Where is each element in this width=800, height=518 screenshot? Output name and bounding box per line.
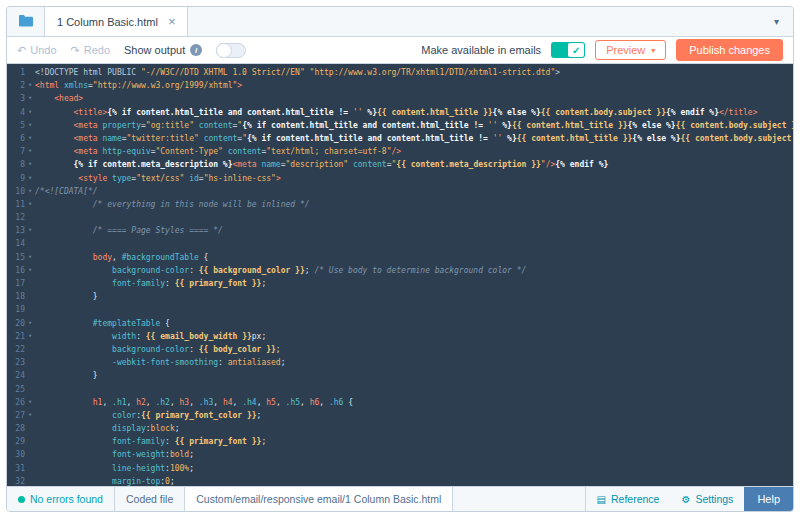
code-text: line-height:100%; [35,462,793,475]
undo-button[interactable]: ↶ Undo [17,44,57,57]
code-line[interactable]: 30▾ font-weight:bold; [7,448,793,461]
gear-icon: ⚙ [681,494,690,505]
tab-overflow-button[interactable]: ▾ [760,7,793,36]
line-number: 8 [7,158,25,171]
redo-button[interactable]: ↷ Redo [71,44,111,57]
code-line[interactable]: 26▾ h1, .h1, h2, .h2, h3, .h3, h4, .h4, … [7,396,793,409]
code-line[interactable]: 14▾ [7,237,793,250]
code-line[interactable]: 7▾ <meta http-equiv="Content-Type" conte… [7,145,793,158]
line-number: 20 [7,317,25,330]
close-icon[interactable]: × [168,15,176,28]
fold-caret-icon[interactable]: ▾ [25,185,35,198]
toggle-knob [216,43,232,58]
fold-caret-icon[interactable]: ▾ [25,409,35,422]
fold-caret-icon[interactable]: ▾ [25,92,35,105]
code-line[interactable]: 31▾ line-height:100%; [7,462,793,475]
settings-button[interactable]: ⚙ Settings [670,487,744,511]
code-text [35,303,793,316]
publish-changes-button[interactable]: Publish changes [676,39,783,61]
code-line[interactable]: 19▾ [7,303,793,316]
code-line[interactable]: 11▾ /* everything in this node will be i… [7,198,793,211]
line-number: 10 [7,185,25,198]
code-line[interactable]: 22▾ background-color: {{ body_color }}; [7,343,793,356]
coded-file-label: Coded file [115,487,184,511]
reference-button[interactable]: ▤ Reference [586,487,671,511]
code-line[interactable]: 3▾ <head> [7,92,793,105]
code-text: margin-top:0; [35,475,793,486]
fold-caret-icon[interactable]: ▾ [25,251,35,264]
file-path-breadcrumb: Custom/email/responsive email/1 Column B… [185,487,453,511]
redo-label: Redo [84,44,110,56]
code-line[interactable]: 25▾ [7,383,793,396]
fold-caret-icon[interactable]: ▾ [25,158,35,171]
fold-caret-icon[interactable]: ▾ [25,317,35,330]
code-editor[interactable]: 1▾<!DOCTYPE html PUBLIC "-//W3C//DTD XHT… [7,64,793,486]
code-line[interactable]: 6▾ <meta name="twitter:title" content="{… [7,132,793,145]
info-icon[interactable]: i [190,44,202,56]
line-number: 4 [7,106,25,119]
error-status: No errors found [7,487,114,511]
line-number: 14 [7,237,25,250]
folder-icon [18,13,34,31]
settings-label: Settings [695,493,733,505]
fold-caret-icon[interactable]: ▾ [25,79,35,92]
fold-caret-icon[interactable]: ▾ [25,264,35,277]
code-line[interactable]: 10▾/*<![CDATA[*/ [7,185,793,198]
code-line[interactable]: 20▾ #templateTable { [7,317,793,330]
tab-bar: 1 Column Basic.html × ▾ [7,7,793,37]
preview-button[interactable]: Preview ▾ [595,40,666,60]
code-line[interactable]: 18▾ } [7,290,793,303]
code-line[interactable]: 17▾ font-family: {{ primary_font }}; [7,277,793,290]
code-line[interactable]: 32▾ margin-top:0; [7,475,793,486]
code-line[interactable]: 8▾ {% if content.meta_description %}<met… [7,158,793,171]
code-line[interactable]: 23▾ -webkit-font-smoothing: antialiased; [7,356,793,369]
code-line[interactable]: 16▾ background-color: {{ background_colo… [7,264,793,277]
show-output-toggle[interactable] [216,43,246,58]
tab-title: 1 Column Basic.html [57,16,158,28]
line-number: 1 [7,66,25,79]
code-text: width: {{ email_body_width }}px; [35,330,793,343]
make-available-toggle[interactable]: ✓ [551,42,585,58]
code-line[interactable]: 27▾ color:{{ primary_font_color }}; [7,409,793,422]
code-line[interactable]: 15▾ body, #backgroundTable { [7,251,793,264]
line-number: 15 [7,251,25,264]
line-number: 19 [7,303,25,316]
code-line[interactable]: 9▾ <style type="text/css" id="hs-inline-… [7,172,793,185]
code-text [35,383,793,396]
statusbar-right-group: ▤ Reference ⚙ Settings Help [585,487,793,511]
code-line[interactable]: 1▾<!DOCTYPE html PUBLIC "-//W3C//DTD XHT… [7,66,793,79]
line-number: 32 [7,475,25,486]
code-text: <meta property="og:title" content="{% if… [35,119,793,132]
fold-caret-icon[interactable]: ▾ [25,396,35,409]
line-number: 9 [7,172,25,185]
line-number: 5 [7,119,25,132]
code-line[interactable]: 28▾ display:block; [7,422,793,435]
line-number: 7 [7,145,25,158]
code-line[interactable]: 13▾ /* ==== Page Styles ==== */ [7,224,793,237]
fold-caret-icon[interactable]: ▾ [25,145,35,158]
code-line[interactable]: 29▾ font-family: {{ primary_font }}; [7,435,793,448]
file-browser-button[interactable] [7,7,45,36]
line-number: 29 [7,435,25,448]
code-line[interactable]: 12▾ [7,211,793,224]
fold-caret-icon[interactable]: ▾ [25,119,35,132]
code-line[interactable]: 4▾ <title>{% if content.html_title and c… [7,106,793,119]
code-text: font-family: {{ primary_font }}; [35,277,793,290]
fold-caret-icon[interactable]: ▾ [25,132,35,145]
fold-caret-icon[interactable]: ▾ [25,330,35,343]
fold-caret-icon[interactable]: ▾ [25,106,35,119]
fold-caret-icon[interactable]: ▾ [25,224,35,237]
fold-caret-icon[interactable]: ▾ [25,198,35,211]
help-button[interactable]: Help [744,487,793,511]
line-number: 18 [7,290,25,303]
code-line[interactable]: 2▾<html xmlns="http://www.w3.org/1999/xh… [7,79,793,92]
fold-caret-icon[interactable]: ▾ [25,172,35,185]
code-line[interactable]: 5▾ <meta property="og:title" content="{%… [7,119,793,132]
reference-label: Reference [611,493,659,505]
code-text [35,237,793,250]
code-text: h1, .h1, h2, .h2, h3, .h3, h4, .h4, h5, … [35,396,793,409]
code-line[interactable]: 21▾ width: {{ email_body_width }}px; [7,330,793,343]
chevron-down-icon: ▾ [774,16,779,27]
code-line[interactable]: 24▾ } [7,369,793,382]
tab-1-column-basic[interactable]: 1 Column Basic.html × [45,7,188,36]
